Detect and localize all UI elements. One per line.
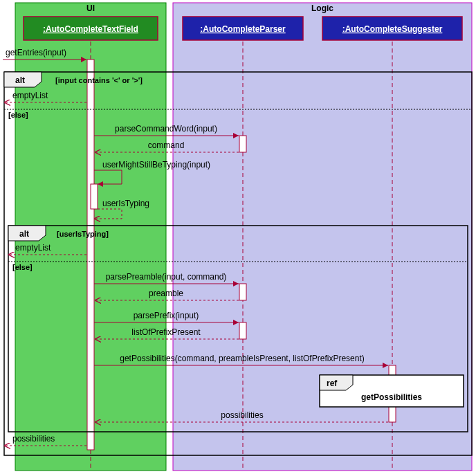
msg-parse-prefix-label: parsePrefix(input) <box>134 311 199 320</box>
package-logic-title: Logic <box>311 3 333 13</box>
fragment-ref: ref getPossibilities <box>320 375 464 407</box>
fragment-ref-title: getPossibilities <box>361 392 422 402</box>
activation-field-main <box>87 60 94 450</box>
participant-parser-label: :AutoCompleteParser <box>200 24 286 34</box>
msg-parse-preamble-label: parsePreamble(input, command) <box>106 272 227 282</box>
fragment-alt-2-else: [else] <box>12 263 33 271</box>
participant-suggester: :AutoCompleteSuggester <box>322 17 462 40</box>
msg-list-of-prefix-return-label: listOfPrefixPresent <box>131 327 201 337</box>
activation-parser-2 <box>239 284 246 300</box>
participant-field-label: :AutoCompleteTextField <box>43 24 138 34</box>
fragment-alt-1-label: alt <box>15 75 25 85</box>
participants-suggester-label: :AutoCompleteSuggester <box>342 24 443 34</box>
package-ui-title: UI <box>86 3 95 13</box>
msg-possibilities-back-label: possibilities <box>221 410 263 420</box>
msg-command-return-label: command <box>148 140 185 150</box>
msg-user-might-typing-label: userMightStillBeTyping(input) <box>102 160 210 170</box>
activation-field-self <box>91 184 98 209</box>
msg-get-entries-label: getEntries(input) <box>6 48 66 57</box>
activation-parser-3 <box>239 322 246 339</box>
msg-possibilities-out-label: possibilities <box>12 434 55 444</box>
msg-empty-list-1-label: emptyList <box>12 91 48 100</box>
msg-empty-list-2-label: emptyList <box>15 243 51 253</box>
fragment-alt-1-guard: [input contains '<' or '>'] <box>55 76 143 84</box>
activation-parser-1 <box>239 136 246 152</box>
msg-preamble-return-label: preamble <box>149 289 183 298</box>
msg-user-is-typing-return-label: userIsTyping <box>102 199 149 208</box>
fragment-alt-2-guard: [userIsTyping] <box>57 230 109 238</box>
msg-parse-command-word-label: parseCommandWord(input) <box>115 124 217 134</box>
participant-parser: :AutoCompleteParser <box>183 17 303 40</box>
participant-field: :AutoCompleteTextField <box>24 17 158 40</box>
fragment-alt-2-label: alt <box>19 229 29 239</box>
msg-get-possibilities-label: getPossibilities(command, preambleIsPres… <box>120 354 364 363</box>
sequence-diagram: UI Logic :AutoCompleteTextField :AutoCom… <box>0 0 476 474</box>
fragment-alt-1-else: [else] <box>8 111 28 119</box>
fragment-ref-label: ref <box>327 379 338 388</box>
